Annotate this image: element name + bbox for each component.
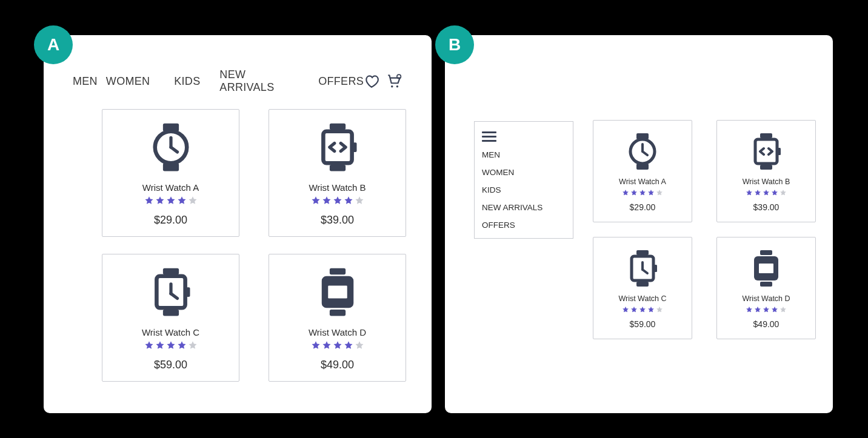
star-rating: [622, 189, 663, 196]
product-price: $59.00: [630, 319, 656, 329]
watch-round-icon: [145, 118, 196, 176]
star-rating: [311, 196, 364, 205]
product-card-a[interactable]: Wrist Watch A $29.00: [102, 109, 239, 237]
product-name: Wrist Watch C: [142, 327, 199, 337]
star-rating: [746, 189, 787, 196]
watch-round-icon: [623, 129, 662, 174]
watch-square-analog-icon: [623, 246, 662, 291]
product-card-a[interactable]: Wrist Watch A $29.00: [593, 120, 692, 222]
panel-a-badge: A: [34, 25, 73, 64]
nav-men[interactable]: MEN: [482, 150, 566, 159]
product-price: $49.00: [321, 359, 354, 371]
watch-code-icon: [747, 129, 786, 174]
nav-kids[interactable]: KIDS: [482, 185, 566, 194]
nav-new-arrivals[interactable]: NEW ARRIVALS: [482, 203, 566, 212]
watch-code-icon: [312, 118, 363, 176]
watch-block-icon: [747, 246, 786, 291]
hamburger-icon[interactable]: [482, 131, 566, 142]
product-name: Wrist Watch A: [142, 182, 199, 193]
star-rating: [746, 306, 787, 313]
panel-b-sidenav-layout: B MEN WOMEN KIDS NEW ARRIVALS OFFERS Wri…: [445, 35, 833, 413]
nav-women[interactable]: WOMEN: [106, 75, 150, 88]
product-grid-a: Wrist Watch A $29.00 Wrist Watch B $39.0…: [102, 109, 406, 382]
nav-women[interactable]: WOMEN: [482, 168, 566, 177]
star-rating: [311, 340, 364, 350]
product-price: $39.00: [753, 202, 780, 212]
product-price: $59.00: [154, 359, 187, 371]
star-rating: [622, 306, 663, 313]
product-card-b[interactable]: Wrist Watch B $39.00: [269, 109, 406, 237]
nav-new-arrivals[interactable]: NEW ARRIVALS: [219, 68, 302, 94]
watch-block-icon: [312, 263, 363, 321]
product-card-d[interactable]: Wrist Watch D $49.00: [269, 254, 406, 382]
wishlist-heart-icon[interactable]: [364, 73, 379, 89]
nav-men[interactable]: MEN: [73, 75, 98, 88]
cart-icon[interactable]: [386, 73, 402, 89]
product-grid-b: Wrist Watch A $29.00 Wrist Watch B $39.0…: [593, 120, 816, 339]
product-name: Wrist Watch D: [309, 327, 366, 337]
product-name: Wrist Watch B: [309, 182, 366, 193]
star-rating: [144, 340, 198, 350]
star-rating: [144, 196, 198, 205]
watch-square-analog-icon: [145, 263, 196, 321]
product-price: $29.00: [154, 214, 187, 227]
product-name: Wrist Watch B: [743, 178, 790, 186]
product-card-c[interactable]: Wrist Watch C $59.00: [102, 254, 239, 382]
product-card-b[interactable]: Wrist Watch B $39.00: [716, 120, 816, 222]
product-name: Wrist Watch D: [742, 294, 790, 303]
nav-offers[interactable]: OFFERS: [318, 75, 364, 88]
product-name: Wrist Watch A: [619, 178, 666, 186]
top-nav: MEN WOMEN KIDS NEW ARRIVALS OFFERS: [73, 68, 402, 94]
product-price: $29.00: [630, 202, 656, 212]
product-name: Wrist Watch C: [618, 294, 666, 303]
side-nav: MEN WOMEN KIDS NEW ARRIVALS OFFERS: [474, 121, 573, 239]
panel-b-badge: B: [435, 25, 474, 64]
product-price: $49.00: [753, 319, 780, 329]
product-card-d[interactable]: Wrist Watch D $49.00: [716, 237, 816, 339]
product-price: $39.00: [321, 214, 354, 227]
panel-a-topnav-layout: A MEN WOMEN KIDS NEW ARRIVALS OFFERS Wri…: [44, 35, 432, 413]
nav-offers[interactable]: OFFERS: [482, 221, 566, 230]
nav-kids[interactable]: KIDS: [174, 75, 200, 88]
product-card-c[interactable]: Wrist Watch C $59.00: [593, 237, 692, 339]
